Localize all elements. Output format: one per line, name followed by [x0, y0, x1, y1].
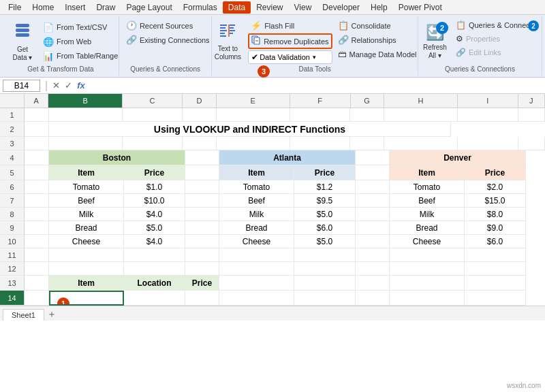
menu-formulas[interactable]: Formulas	[178, 1, 223, 14]
cell-d14[interactable]	[185, 291, 219, 306]
atlanta-tomato-price[interactable]: $1.2	[294, 180, 356, 194]
denver-tomato-price[interactable]: $2.0	[465, 180, 526, 194]
cell-f12[interactable]	[294, 262, 356, 276]
cell-h3[interactable]	[384, 137, 458, 150]
cell-b11[interactable]	[49, 248, 124, 262]
cell-g12[interactable]	[356, 262, 390, 276]
boston-milk-price[interactable]: $4.0	[124, 208, 185, 221]
row-header-1[interactable]: 1	[0, 108, 25, 122]
cell-g4[interactable]	[356, 150, 390, 165]
cell-h11[interactable]	[390, 248, 465, 262]
row-header-14[interactable]: 14	[0, 291, 25, 306]
cell-e12[interactable]	[219, 262, 294, 276]
flash-fill-button[interactable]: ⚡ Flash Fill	[248, 19, 332, 32]
cell-g9[interactable]	[356, 221, 390, 235]
cell-a1[interactable]	[25, 108, 49, 122]
row-header-7[interactable]: 7	[0, 194, 25, 208]
boston-tomato-price[interactable]: $1.0	[124, 180, 185, 194]
cell-f1[interactable]	[290, 108, 351, 122]
atlanta-bread-price[interactable]: $6.0	[294, 221, 356, 235]
row-header-10[interactable]: 10	[0, 235, 25, 248]
cell-d5[interactable]	[185, 165, 219, 180]
cell-i11[interactable]	[465, 248, 526, 262]
cell-a11[interactable]	[25, 248, 49, 262]
col-header-h[interactable]: H	[384, 94, 458, 108]
get-data-button[interactable]: GetData ▾	[7, 19, 38, 61]
menu-insert[interactable]: Insert	[59, 1, 91, 14]
col-header-j[interactable]: J	[518, 94, 545, 108]
cell-a3[interactable]	[25, 137, 49, 150]
boston-beef[interactable]: Beef	[49, 194, 124, 208]
row-header-11[interactable]: 11	[0, 248, 25, 262]
denver-bread-price[interactable]: $9.0	[465, 221, 526, 235]
cell-g10[interactable]	[356, 235, 390, 248]
cell-f3[interactable]	[290, 137, 351, 150]
cell-d11[interactable]	[185, 248, 219, 262]
cell-g3[interactable]	[350, 137, 384, 150]
menu-developer[interactable]: Developer	[317, 1, 365, 14]
cell-f14[interactable]	[294, 291, 356, 306]
cell-c12[interactable]	[124, 262, 185, 276]
cell-a13[interactable]	[25, 276, 49, 291]
add-sheet-button[interactable]: ＋	[47, 308, 57, 321]
cell-j3[interactable]	[518, 137, 545, 150]
cell-a2[interactable]	[25, 122, 49, 137]
cell-i13[interactable]	[465, 276, 526, 291]
col-header-a[interactable]: A	[25, 94, 48, 108]
cell-i14[interactable]	[465, 291, 526, 306]
recent-sources-button[interactable]: 🕐 Recent Sources	[123, 19, 196, 32]
cell-h1[interactable]	[384, 108, 458, 122]
cell-e14[interactable]	[219, 291, 294, 306]
cell-a10[interactable]	[25, 235, 49, 248]
cell-a8[interactable]	[25, 208, 49, 221]
cell-d9[interactable]	[185, 221, 219, 235]
properties-button[interactable]: ⚙ Properties	[453, 33, 541, 45]
cell-g11[interactable]	[356, 248, 390, 262]
atlanta-milk[interactable]: Milk	[219, 208, 294, 221]
formula-input[interactable]	[88, 81, 542, 91]
cell-j1[interactable]	[518, 108, 545, 122]
cell-c11[interactable]	[124, 248, 185, 262]
row-header-3[interactable]: 3	[0, 137, 25, 150]
cell-b12[interactable]	[49, 262, 124, 276]
boston-milk[interactable]: Milk	[49, 208, 124, 221]
cell-a9[interactable]	[25, 221, 49, 235]
text-to-columns-button[interactable]: Text toColumns	[211, 19, 245, 61]
atlanta-beef[interactable]: Beef	[219, 194, 294, 208]
col-header-e[interactable]: E	[217, 94, 290, 108]
sheet-tab-1[interactable]: Sheet1	[3, 309, 44, 321]
confirm-formula-icon[interactable]: ✓	[65, 80, 72, 91]
cell-d4[interactable]	[185, 150, 219, 165]
row-header-5[interactable]: 5	[0, 165, 25, 180]
cell-b3[interactable]	[49, 137, 123, 150]
remove-duplicates-button[interactable]: Remove Duplicates	[248, 33, 332, 49]
menu-help[interactable]: Help	[365, 1, 393, 14]
cell-g13[interactable]	[356, 276, 390, 291]
cell-h12[interactable]	[390, 262, 465, 276]
cell-e3[interactable]	[217, 137, 290, 150]
atlanta-cheese[interactable]: Cheese	[219, 235, 294, 248]
cell-g5[interactable]	[356, 165, 390, 180]
refresh-all-button[interactable]: 🔄 RefreshAll ▾	[419, 19, 451, 61]
cell-b1[interactable]	[49, 108, 123, 122]
cell-c1[interactable]	[123, 108, 183, 122]
denver-cheese[interactable]: Cheese	[390, 235, 465, 248]
denver-milk[interactable]: Milk	[390, 208, 465, 221]
denver-tomato[interactable]: Tomato	[390, 180, 465, 194]
cell-g7[interactable]	[356, 194, 390, 208]
menu-review[interactable]: Review	[251, 1, 288, 14]
row-header-13[interactable]: 13	[0, 276, 25, 291]
denver-milk-price[interactable]: $8.0	[465, 208, 526, 221]
row-header-4[interactable]: 4	[0, 150, 25, 165]
cell-d7[interactable]	[185, 194, 219, 208]
from-web-button[interactable]: 🌐 From Web	[40, 35, 121, 48]
dv-dropdown-icon[interactable]: ▾	[313, 54, 316, 61]
cell-h13[interactable]	[390, 276, 465, 291]
boston-bread[interactable]: Bread	[49, 221, 124, 235]
menu-page-layout[interactable]: Page Layout	[121, 1, 177, 14]
manage-data-model-button[interactable]: 🗃 Manage Data Model	[335, 48, 420, 61]
relationships-button[interactable]: 🔗 Relationships	[335, 33, 420, 46]
boston-tomato[interactable]: Tomato	[49, 180, 124, 194]
row-header-9[interactable]: 9	[0, 221, 25, 235]
cell-e13[interactable]	[219, 276, 294, 291]
